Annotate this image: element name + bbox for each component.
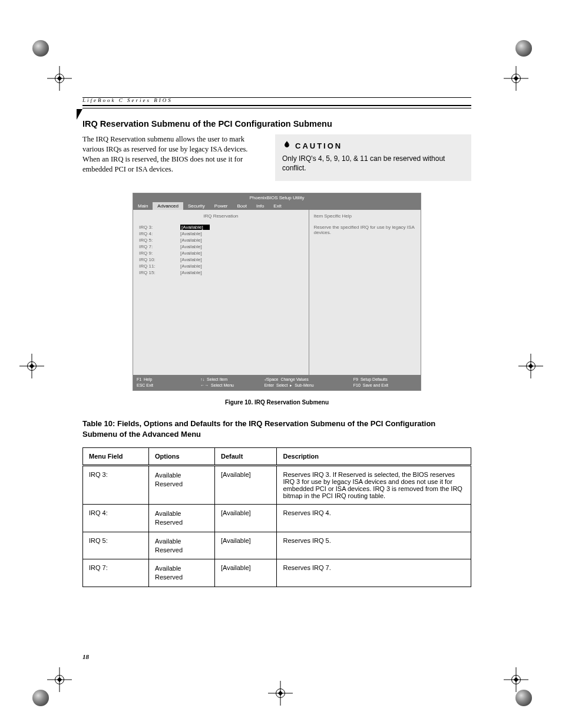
intro-paragraph: The IRQ Reservation submenu allows the u… bbox=[82, 134, 265, 181]
bios-row: IRQ 10:[Available] bbox=[139, 257, 303, 262]
th-description: Description bbox=[277, 448, 471, 466]
data-table: Menu Field Options Default Description I… bbox=[82, 447, 471, 587]
bios-row: IRQ 11:[Available] bbox=[139, 263, 303, 269]
bios-row: IRQ 7:[Available] bbox=[139, 244, 303, 249]
bios-tab: Info bbox=[252, 202, 269, 210]
bios-footer: F1 Help ESC Exit ↑↓ Select Item ←→ Selec… bbox=[133, 375, 421, 390]
caution-text: Only IRQ's 4, 5, 9, 10, & 11 can be rese… bbox=[282, 154, 464, 173]
th-default: Default bbox=[215, 448, 277, 466]
corner-mark bbox=[77, 109, 82, 120]
bios-footer-col: ↑↓ Select Item ←→ Select Menu bbox=[200, 377, 264, 388]
table-row: IRQ 7:AvailableReserved[Available]Reserv… bbox=[83, 559, 471, 587]
bios-row: IRQ 5:[Available] bbox=[139, 238, 303, 243]
caution-icon bbox=[282, 140, 292, 151]
bios-row: IRQ 15:[Available] bbox=[139, 270, 303, 275]
bios-tab-active: Advanced bbox=[153, 202, 183, 210]
bios-help-pane: Item Specific Help Reserve the specified… bbox=[309, 210, 421, 375]
bios-tab: Boot bbox=[233, 202, 252, 210]
bios-tab: Exit bbox=[269, 202, 286, 210]
bios-left-pane: IRQ Reservation IRQ 3:[Available]IRQ 4:[… bbox=[133, 210, 309, 375]
table-row: IRQ 3:AvailableReserved[Available]Reserv… bbox=[83, 466, 471, 505]
bios-row: IRQ 9:[Available] bbox=[139, 251, 303, 256]
bios-row: IRQ 3:[Available] bbox=[139, 225, 303, 230]
running-head: LifeBook C Series BIOS bbox=[82, 97, 471, 106]
bios-help-title: Item Specific Help bbox=[314, 213, 416, 219]
bios-row: IRQ 4:[Available] bbox=[139, 231, 303, 236]
section-title: IRQ Reservation Submenu of the PCI Confi… bbox=[82, 119, 471, 129]
bios-menubar: Main Advanced Security Power Boot Info E… bbox=[133, 202, 421, 210]
page-number: 18 bbox=[82, 653, 89, 660]
th-options: Options bbox=[149, 448, 215, 466]
caution-label: CAUTION bbox=[295, 141, 342, 150]
bios-screenshot: PhoenixBIOS Setup Utility Main Advanced … bbox=[133, 193, 421, 391]
table-row: IRQ 4:AvailableReserved[Available]Reserv… bbox=[83, 505, 471, 532]
bios-footer-col: F9 Setup Defaults F10 Save and Exit bbox=[353, 377, 417, 388]
bios-footer-col: F1 Help ESC Exit bbox=[137, 377, 200, 388]
bios-title: PhoenixBIOS Setup Utility bbox=[133, 193, 421, 202]
table-caption: Table 10: Fields, Options and Defaults f… bbox=[82, 419, 471, 439]
bios-tab: Main bbox=[133, 202, 153, 210]
page-content: LifeBook C Series BIOS IRQ Reservation S… bbox=[82, 97, 471, 587]
figure-caption: Figure 10. IRQ Reservation Submenu bbox=[82, 399, 471, 406]
bios-subtitle: IRQ Reservation bbox=[139, 213, 303, 219]
bios-footer-col: -/Space Change Values Enter Select ▸ Sub… bbox=[264, 377, 353, 388]
caution-box: CAUTION Only IRQ's 4, 5, 9, 10, & 11 can… bbox=[275, 134, 471, 181]
bios-tab: Power bbox=[210, 202, 233, 210]
table-row: IRQ 5:AvailableReserved[Available]Reserv… bbox=[83, 532, 471, 559]
bios-help-text: Reserve the specified IRQ for use by leg… bbox=[314, 225, 416, 235]
th-menu-field: Menu Field bbox=[83, 448, 149, 466]
bios-tab: Security bbox=[183, 202, 210, 210]
